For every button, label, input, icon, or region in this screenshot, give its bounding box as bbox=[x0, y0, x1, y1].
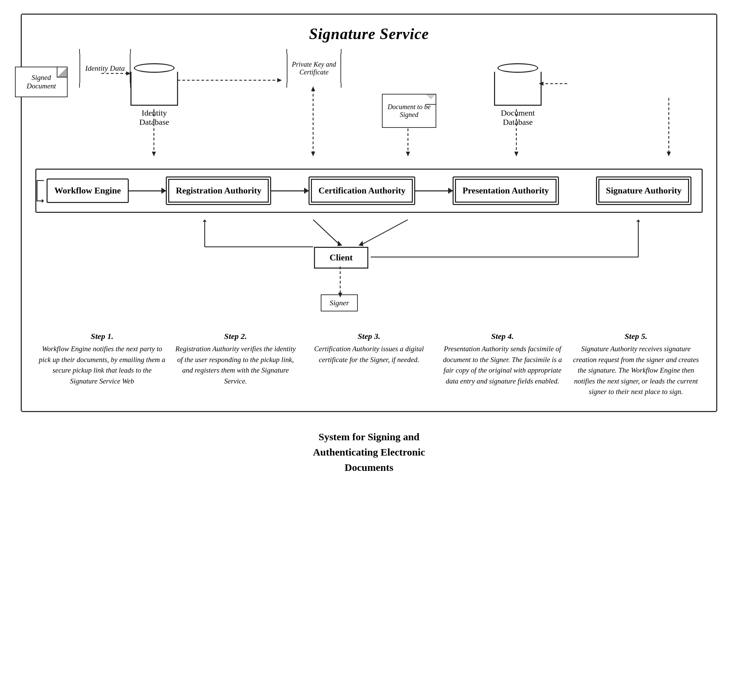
svg-marker-19 bbox=[337, 241, 342, 246]
workflow-engine-box: Workflow Engine bbox=[47, 178, 129, 203]
signature-authority-box: Signature Authority bbox=[596, 176, 691, 205]
step5-text: Signature Authority receives signature c… bbox=[572, 344, 699, 397]
workflow-engine-wrapper: Workflow Engine bbox=[47, 178, 129, 203]
arrow-registration-to-certification bbox=[271, 190, 308, 191]
step2-heading: Step 2. bbox=[172, 332, 299, 341]
steps-section: Step 1. Workflow Engine notifies the nex… bbox=[35, 332, 703, 397]
svg-marker-21 bbox=[358, 241, 363, 246]
step3-heading: Step 3. bbox=[306, 332, 433, 341]
svg-marker-6 bbox=[311, 151, 315, 156]
svg-marker-16 bbox=[667, 151, 671, 156]
client-box: Client bbox=[314, 247, 368, 269]
step5-col: Step 5. Signature Authority receives sig… bbox=[572, 332, 699, 397]
identity-database-group: Identity Database bbox=[131, 63, 178, 127]
registration-authority-box: Registration Authority bbox=[166, 176, 271, 205]
step5-heading: Step 5. bbox=[572, 332, 699, 341]
top-area: Identity Data Identity Database Private … bbox=[35, 53, 703, 162]
svg-marker-12 bbox=[514, 151, 518, 156]
identity-data-label: Identity Data bbox=[79, 53, 131, 84]
step2-text: Registration Authority verifies the iden… bbox=[172, 344, 299, 387]
document-database-group: Document Database bbox=[494, 63, 541, 127]
svg-marker-17 bbox=[42, 199, 44, 203]
step3-col: Step 3. Certification Authority issues a… bbox=[306, 332, 433, 397]
identity-database-label: Identity Database bbox=[131, 109, 178, 127]
identity-data-ribbon: Identity Data bbox=[79, 53, 131, 84]
lower-area: Client Signer bbox=[35, 220, 703, 328]
svg-marker-5 bbox=[311, 86, 315, 91]
step4-col: Step 4. Presentation Authority sends fac… bbox=[439, 332, 566, 397]
signer-box: Signer bbox=[321, 294, 358, 312]
middle-band: Workflow Engine Registration Authority C… bbox=[35, 169, 703, 213]
svg-line-20 bbox=[361, 220, 408, 245]
svg-marker-8 bbox=[277, 78, 282, 82]
step2-col: Step 2. Registration Authority verifies … bbox=[172, 332, 299, 397]
document-to-sign: Document to be Signed bbox=[382, 94, 436, 128]
step1-heading: Step 1. bbox=[39, 332, 166, 341]
lower-arrows-svg bbox=[35, 220, 703, 328]
svg-marker-26 bbox=[637, 220, 641, 222]
step1-col: Step 1. Workflow Engine notifies the nex… bbox=[39, 332, 166, 397]
step4-heading: Step 4. bbox=[439, 332, 566, 341]
document-database-cylinder bbox=[494, 63, 541, 106]
svg-marker-10 bbox=[406, 151, 410, 156]
svg-marker-3 bbox=[152, 151, 156, 156]
certification-authority-box: Certification Authority bbox=[308, 176, 415, 205]
loopback-arrow-svg bbox=[34, 177, 47, 204]
diagram-title: Signature Service bbox=[35, 25, 703, 43]
main-diagram-container: Signature Service Identity Data Identity… bbox=[21, 13, 717, 412]
document-database-label: Document Database bbox=[494, 109, 541, 127]
identity-database-cylinder bbox=[131, 63, 178, 106]
arrow-workflow-to-registration bbox=[129, 190, 166, 191]
step4-text: Presentation Authority sends facsimile o… bbox=[439, 344, 566, 387]
presentation-authority-box: Presentation Authority bbox=[453, 176, 559, 205]
svg-marker-29 bbox=[202, 220, 207, 222]
svg-line-18 bbox=[313, 220, 340, 245]
step1-text: Workflow Engine notifies the next party … bbox=[39, 344, 166, 387]
private-key-ribbon: Private Key and Certificate bbox=[287, 53, 341, 84]
bottom-caption: System for Signing and Authenticating El… bbox=[313, 429, 425, 475]
step3-text: Certification Authority issues a digital… bbox=[306, 344, 433, 365]
arrow-certification-to-presentation bbox=[415, 190, 453, 191]
signed-document: Signed Document bbox=[15, 67, 67, 97]
